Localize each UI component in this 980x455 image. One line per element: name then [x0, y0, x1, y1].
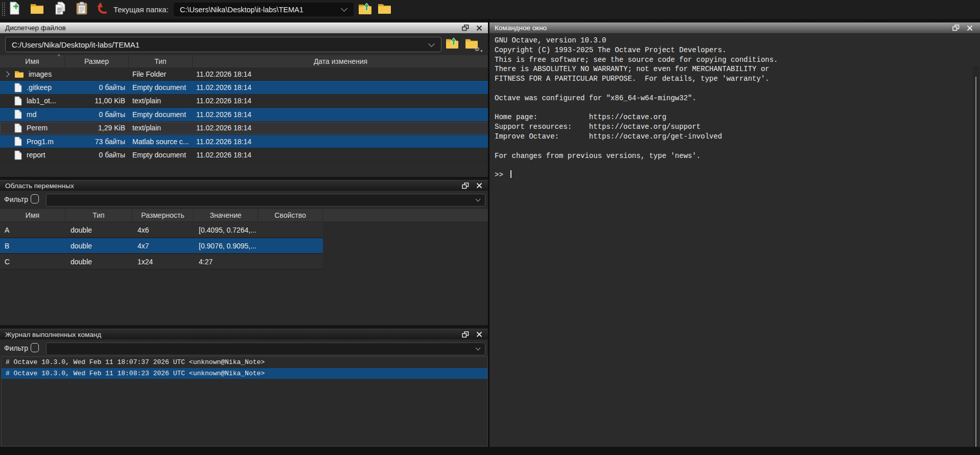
- variable-row[interactable]: Adouble4x6[0.4095, 0.7264,...: [0, 222, 323, 238]
- undo-button[interactable]: [95, 2, 109, 16]
- current-folder-value: C:\Users\Nika\Desktop\it-labs\TEMA1: [174, 6, 342, 14]
- copy-button[interactable]: [53, 2, 67, 16]
- history-filter-combobox[interactable]: [46, 343, 485, 355]
- text-cursor: [510, 170, 511, 178]
- undock-icon[interactable]: [462, 25, 469, 31]
- file-date: 11.02.2026 18:14: [193, 83, 488, 92]
- file-browser-titlebar[interactable]: Диспетчер файлов: [0, 22, 488, 33]
- close-icon[interactable]: [476, 25, 482, 31]
- main-toolbar: Текущая папка: C:\Users\Nika\Desktop\it-…: [0, 0, 980, 19]
- paste-icon: [76, 2, 87, 17]
- history-list: # Octave 10.3.0, Wed Feb 11 18:07:37 202…: [1, 356, 488, 446]
- variable-name: A: [0, 226, 65, 234]
- close-icon[interactable]: [476, 331, 482, 337]
- column-header[interactable]: Имя: [0, 209, 65, 221]
- scrollbar-thumb[interactable]: [975, 77, 976, 455]
- document-icon: [14, 123, 22, 133]
- file-name: md: [27, 110, 36, 119]
- file-name: report: [27, 151, 45, 159]
- variable-row[interactable]: Cdouble1x244:27: [0, 254, 323, 270]
- file-type: text/plain: [129, 97, 193, 105]
- column-header[interactable]: Тип: [129, 55, 193, 67]
- workspace-table-header: ИмяТипРазмерностьЗначениеСвойство: [0, 209, 488, 221]
- column-header[interactable]: Размер: [65, 55, 129, 67]
- workspace-filter-combobox[interactable]: [46, 194, 485, 207]
- paste-button[interactable]: [75, 2, 89, 16]
- undock-icon[interactable]: [952, 25, 960, 31]
- column-header[interactable]: Дата изменения: [193, 55, 488, 67]
- close-icon[interactable]: [476, 183, 482, 189]
- variable-type: double: [65, 242, 132, 250]
- workspace-titlebar[interactable]: Область переменных: [0, 180, 488, 191]
- workspace-title: Область переменных: [5, 182, 74, 190]
- history-entry[interactable]: # Octave 10.3.0, Wed Feb 11 18:07:37 202…: [2, 357, 487, 368]
- file-name: lab1_ot...: [27, 97, 56, 105]
- file-name-cell: .gitkeep: [0, 81, 65, 94]
- folder-up-button[interactable]: [358, 2, 372, 16]
- filter-checkbox[interactable]: [31, 194, 39, 203]
- file-row[interactable]: .gitkeep0 байтыEmpty document11.02.2026 …: [0, 81, 488, 94]
- file-row[interactable]: Prog1.m73 байтыMatlab source c...11.02.2…: [0, 135, 488, 148]
- variable-value: [0.4095, 0.7264,...: [194, 226, 258, 234]
- variable-type: double: [65, 258, 132, 266]
- column-header[interactable]: Тип: [65, 209, 132, 221]
- variable-value: 4:27: [194, 258, 258, 266]
- file-table-body: imagesFile Folder11.02.2026 18:14.gitkee…: [0, 67, 488, 162]
- folder-gear-icon: ⚙ ▾: [465, 37, 478, 51]
- column-header[interactable]: Размерность: [132, 209, 194, 221]
- file-date: 11.02.2026 18:14: [193, 151, 488, 159]
- undock-icon[interactable]: [462, 331, 469, 338]
- column-header[interactable]: Значение: [194, 209, 258, 221]
- file-browser-panel: C:/Users/Nika/Desktop/it-labs/TEMA1 ⚙ ▾ …: [0, 33, 488, 177]
- vertical-scrollbar[interactable]: [973, 66, 979, 455]
- folder-actions-button[interactable]: ⚙ ▾: [464, 37, 479, 51]
- terminal-output: GNU Octave, version 10.3.0 Copyright (C)…: [495, 36, 778, 180]
- history-panel: Фильтр # Octave 10.3.0, Wed Feb 11 18:07…: [0, 339, 488, 447]
- file-row[interactable]: Perem1,29 KiBtext/plain11.02.2026 18:14: [0, 122, 488, 135]
- history-titlebar[interactable]: Журнал выполненных команд: [0, 329, 488, 339]
- copy-icon: [54, 2, 66, 17]
- column-header[interactable]: Имя: [0, 55, 65, 67]
- close-icon[interactable]: [967, 25, 973, 31]
- new-script-button[interactable]: [8, 2, 22, 16]
- filter-checkbox[interactable]: [31, 343, 39, 352]
- file-row[interactable]: imagesFile Folder11.02.2026 18:14: [0, 67, 488, 81]
- workspace-table-body: Adouble4x6[0.4095, 0.7264,...Bdouble4x7[…: [0, 222, 323, 270]
- variable-row[interactable]: Bdouble4x7[0.9076, 0.9095,...: [0, 238, 323, 254]
- file-name: images: [29, 70, 52, 78]
- undo-icon: [96, 2, 109, 17]
- current-folder-label: Текущая папка:: [113, 0, 169, 19]
- open-button[interactable]: [30, 2, 44, 16]
- file-date: 11.02.2026 18:14: [193, 110, 488, 119]
- column-header[interactable]: Свойство: [258, 209, 323, 221]
- file-row[interactable]: report0 байтыEmpty document11.02.2026 18…: [0, 148, 488, 162]
- file-browser-path-combobox[interactable]: C:/Users/Nika/Desktop/it-labs/TEMA1: [5, 37, 441, 52]
- folder-up-icon: [358, 3, 372, 16]
- folder-icon: [14, 70, 24, 78]
- current-folder-combobox[interactable]: C:\Users\Nika\Desktop\it-labs\TEMA1: [174, 3, 354, 16]
- file-browser-path: C:/Users/Nika/Desktop/it-labs/TEMA1: [6, 40, 429, 49]
- file-date: 11.02.2026 18:14: [193, 138, 488, 146]
- command-window[interactable]: GNU Octave, version 10.3.0 Copyright (C)…: [489, 33, 980, 447]
- file-type: Empty document: [129, 110, 193, 119]
- expand-chevron-icon[interactable]: [4, 71, 9, 77]
- file-name: Prog1.m: [27, 138, 54, 146]
- file-date: 11.02.2026 18:14: [193, 124, 488, 132]
- undock-icon[interactable]: [462, 183, 469, 189]
- folder-up-button[interactable]: [445, 37, 460, 51]
- file-row[interactable]: lab1_ot...11,00 KiBtext/plain11.02.2026 …: [0, 95, 488, 108]
- filter-label: Фильтр: [4, 195, 28, 203]
- folder-icon: [378, 3, 391, 16]
- file-type: Empty document: [129, 83, 193, 92]
- document-icon: [14, 136, 22, 146]
- variable-name: C: [0, 258, 65, 266]
- history-entry[interactable]: # Octave 10.3.0, Wed Feb 11 18:08:23 202…: [2, 368, 487, 379]
- file-row[interactable]: md0 байтыEmpty document11.02.2026 18:14: [0, 108, 488, 121]
- file-name: Perem: [27, 124, 48, 132]
- open-folder-icon: [30, 3, 44, 16]
- toolbar-drag-handle[interactable]: [2, 2, 5, 17]
- file-name-cell: md: [0, 108, 65, 121]
- command-window-titlebar[interactable]: Командное окно: [489, 22, 980, 33]
- variable-name: B: [0, 242, 65, 250]
- browse-folder-button[interactable]: [377, 2, 391, 16]
